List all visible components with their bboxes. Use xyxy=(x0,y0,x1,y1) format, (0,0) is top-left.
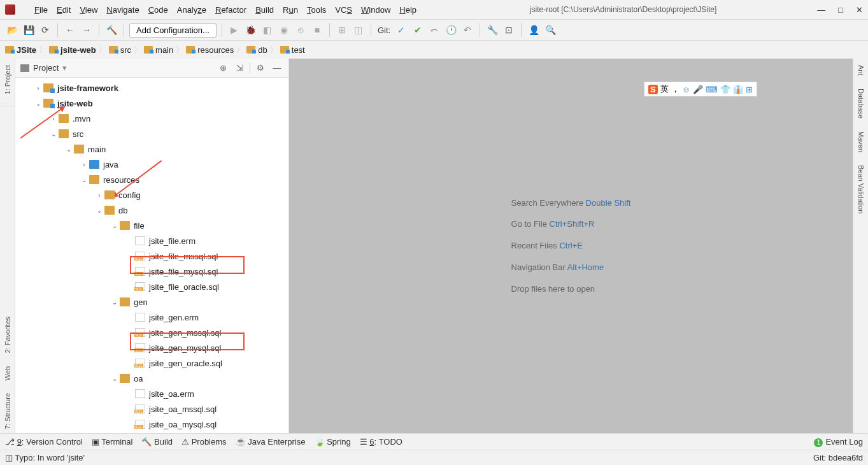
tab-spring[interactable]: 🍃 Spring xyxy=(315,437,351,447)
project-label[interactable]: Project xyxy=(33,63,59,73)
git-rollback-icon[interactable]: ↶ xyxy=(460,23,474,37)
forward-icon[interactable]: → xyxy=(80,23,94,37)
tree-node[interactable]: ⌄src xyxy=(15,126,288,141)
git-history-icon[interactable]: 🕐 xyxy=(444,23,458,37)
menu-edit[interactable]: Edit xyxy=(57,5,71,15)
tree-node[interactable]: jsite_oa.erm xyxy=(15,386,288,401)
crumb-6[interactable]: test xyxy=(280,45,305,55)
ime-toolbar[interactable]: S 英 ， ☺ 🎤 ⌨ 👕 👔 ⊞ xyxy=(644,82,757,97)
tree-node[interactable]: jsite_file_oracle.sql xyxy=(15,279,288,294)
tree-node[interactable]: jsite_oa_mysql.sql xyxy=(15,417,288,432)
menu-vcs[interactable]: VCS xyxy=(335,5,352,15)
menubar: File Edit View Navigate Code Analyze Ref… xyxy=(22,2,429,17)
attach-icon[interactable]: ⎋ xyxy=(294,23,308,37)
refresh-icon[interactable]: ⟳ xyxy=(38,23,52,37)
target-icon[interactable]: ⊕ xyxy=(217,62,229,75)
status-bar: ◫ Typo: In word 'jsite' Git: bdeea6fd xyxy=(0,450,868,465)
git-update-icon[interactable]: ✓ xyxy=(394,23,408,37)
tab-java-enterprise[interactable]: ☕ Java Enterprise xyxy=(236,437,306,447)
crumb-1[interactable]: jsite-web xyxy=(49,45,96,55)
menu-navigate[interactable]: Navigate xyxy=(106,5,139,15)
open-icon[interactable]: 📂 xyxy=(5,23,19,37)
tree-node[interactable]: jsite_gen_mysql.sql xyxy=(15,340,288,355)
tree-node[interactable]: ⌄jsite-web xyxy=(15,96,288,111)
tab-problems[interactable]: ⚠ Problems xyxy=(181,437,227,447)
gutter-favorites[interactable]: 2: Favorites xyxy=(4,317,11,353)
menu-view[interactable]: View xyxy=(80,5,97,15)
tree-node[interactable]: ⌄db xyxy=(15,203,288,218)
menu-build[interactable]: Build xyxy=(255,5,274,15)
menu-run[interactable]: Run xyxy=(283,5,298,15)
gutter-database[interactable]: Database xyxy=(857,89,865,118)
menu-help[interactable]: Help xyxy=(399,5,416,15)
gutter-project[interactable]: 1: Project xyxy=(4,65,11,94)
expand-icon[interactable]: ⇲ xyxy=(233,62,246,75)
tab-build[interactable]: 🔨 Build xyxy=(141,437,173,447)
crumb-4[interactable]: resources xyxy=(186,45,234,55)
debug-icon[interactable]: 🐞 xyxy=(244,23,258,37)
avatar-icon[interactable]: 👤 xyxy=(527,23,541,37)
tree-node[interactable]: ⌄file xyxy=(15,218,288,233)
tab-todo[interactable]: ☰ 6: TODO xyxy=(360,437,402,447)
crumb-5[interactable]: db xyxy=(246,45,267,55)
tree-node[interactable]: jsite_gen_mssql.sql xyxy=(15,325,288,340)
run-icon[interactable]: ▶ xyxy=(227,23,241,37)
gutter-web[interactable]: Web xyxy=(4,366,11,380)
gutter-bean[interactable]: Bean Validation xyxy=(857,165,865,213)
tree-node[interactable]: jsite_gen_oracle.sql xyxy=(15,355,288,371)
tree-node[interactable]: ⌄main xyxy=(15,141,288,157)
profile-icon[interactable]: ◉ xyxy=(277,23,291,37)
breadcrumb: JSite〉 jsite-web〉 src〉 main〉 resources〉 … xyxy=(0,41,868,59)
hammer-icon[interactable]: 🔨 xyxy=(104,23,118,37)
tree-node[interactable]: jsite_file.erm xyxy=(15,233,288,248)
tree-node[interactable]: jsite_file_mysql.sql xyxy=(15,264,288,279)
menu-tools[interactable]: Tools xyxy=(307,5,326,15)
crumb-0[interactable]: JSite xyxy=(5,45,36,55)
settings-icon[interactable]: 🔧 xyxy=(485,23,499,37)
gutter-structure[interactable]: 7: Structure xyxy=(4,393,11,429)
menu-analyze[interactable]: Analyze xyxy=(177,5,206,15)
tree-node[interactable]: ›jsite-framework xyxy=(15,80,288,96)
ime-s-icon[interactable]: S xyxy=(648,85,658,94)
search-icon[interactable]: 🔍 xyxy=(543,23,557,37)
gear-icon[interactable]: ⚙ xyxy=(254,62,267,75)
close-button[interactable]: ✕ xyxy=(856,5,863,15)
tab-terminal[interactable]: ▣ Terminal xyxy=(92,437,133,447)
tree-node[interactable]: ⌄gen xyxy=(15,294,288,310)
gutter-maven[interactable]: Maven xyxy=(857,131,865,152)
git-commit-icon[interactable]: ✔ xyxy=(411,23,425,37)
menu-window[interactable]: Window xyxy=(361,5,390,15)
tree-node[interactable]: jsite_oa_mssql.sql xyxy=(15,401,288,417)
status-drawer-icon[interactable]: ◫ xyxy=(5,453,13,462)
tree-node[interactable]: jsite_gen.erm xyxy=(15,310,288,325)
menu-file[interactable]: File xyxy=(34,5,48,15)
tree-node[interactable]: ›config xyxy=(15,187,288,203)
dropdown-icon[interactable]: ▾ xyxy=(62,63,67,73)
structure-icon[interactable]: ⊡ xyxy=(502,23,516,37)
coverage-icon[interactable]: ◧ xyxy=(260,23,274,37)
tree-node[interactable]: ›.mvn xyxy=(15,111,288,126)
gutter-ant[interactable]: Ant xyxy=(857,65,865,76)
maximize-button[interactable]: □ xyxy=(838,5,843,15)
back-icon[interactable]: ← xyxy=(63,23,77,37)
menu-refactor[interactable]: Refactor xyxy=(215,5,246,15)
overlay-icon[interactable]: ◫ xyxy=(352,23,366,37)
tree-node[interactable]: ⌄oa xyxy=(15,371,288,386)
crumb-2[interactable]: src xyxy=(109,45,131,55)
add-configuration-button[interactable]: Add Configuration... xyxy=(129,23,217,38)
tab-event-log[interactable]: 1Event Log xyxy=(814,437,863,447)
menu-code[interactable]: Code xyxy=(148,5,168,15)
tree-node[interactable]: ›java xyxy=(15,157,288,172)
tree-node[interactable]: ⌄resources xyxy=(15,172,288,187)
save-icon[interactable]: 💾 xyxy=(22,23,36,37)
tab-version-control[interactable]: ⎇ 99: Version Control: Version Control xyxy=(5,437,83,447)
tree-node[interactable]: jsite_file_mssql.sql xyxy=(15,248,288,264)
status-git[interactable]: Git: bdeea6fd xyxy=(813,453,863,462)
project-pane: Project ▾ ⊕ ⇲ ⚙ ― ›jsite-framework ⌄jsit… xyxy=(15,59,289,433)
stop-icon[interactable]: ■ xyxy=(310,23,324,37)
layout-icon[interactable]: ⊞ xyxy=(335,23,349,37)
hide-icon[interactable]: ― xyxy=(271,62,283,75)
crumb-3[interactable]: main xyxy=(144,45,173,55)
git-compare-icon[interactable]: ⤺ xyxy=(427,23,441,37)
minimize-button[interactable]: ― xyxy=(817,5,825,15)
